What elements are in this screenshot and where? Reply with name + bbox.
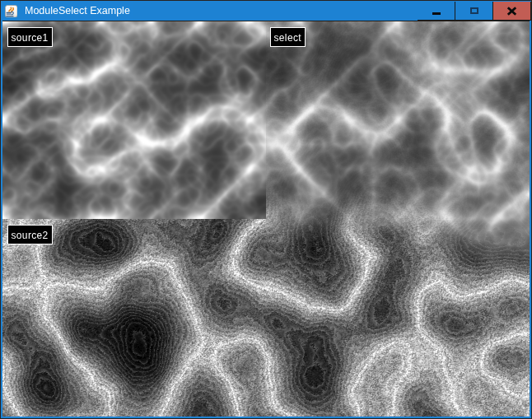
label-source2: source2 bbox=[7, 225, 53, 244]
window-controls bbox=[418, 2, 531, 21]
close-button[interactable] bbox=[492, 2, 531, 21]
render-area: source1 select source2 bbox=[2, 21, 530, 417]
application-window: ModuleSelect Example source1 select bbox=[0, 0, 532, 419]
window-title: ModuleSelect Example bbox=[22, 1, 133, 21]
maximize-button[interactable] bbox=[455, 2, 492, 21]
java-app-icon bbox=[5, 5, 18, 18]
close-icon bbox=[506, 6, 517, 16]
minimize-button[interactable] bbox=[418, 2, 455, 21]
noise-canvas bbox=[2, 21, 530, 417]
label-select: select bbox=[270, 27, 306, 47]
title-bar[interactable]: ModuleSelect Example bbox=[1, 1, 531, 21]
label-source1: source1 bbox=[7, 27, 53, 47]
maximize-icon bbox=[470, 7, 478, 14]
minimize-icon bbox=[432, 12, 441, 16]
